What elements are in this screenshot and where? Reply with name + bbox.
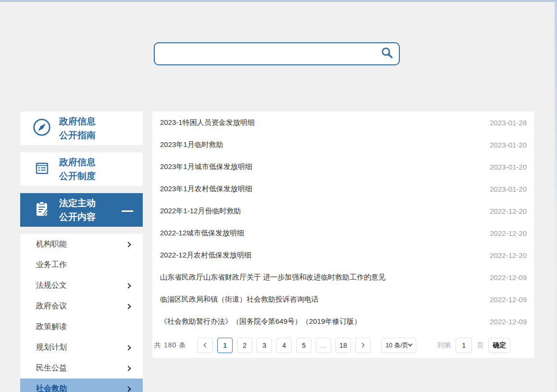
sidebar-submenu-item[interactable]: 机构职能 — [20, 234, 143, 255]
list-item-title[interactable]: 临淄区民政局和镇（街道）社会救助投诉咨询电话 — [160, 295, 319, 304]
list-item: 2023年1月城市低保发放明细2023-01-20 — [152, 156, 534, 178]
pagination-bar: 共 180 条 12345...18 10 条/页 到第 页 确定 — [152, 332, 534, 358]
list-item: 2023年1月农村低保发放明细2023-01-20 — [152, 178, 534, 200]
list-item: 临淄区民政局和镇（街道）社会救助投诉咨询电话2022-12-09 — [152, 288, 534, 310]
chevron-right-icon — [125, 283, 131, 288]
submenu-item-label: 规划计划 — [36, 343, 67, 353]
chevron-down-icon — [408, 342, 413, 347]
page-number-button[interactable]: 1 — [217, 338, 233, 353]
sidebar-item-label: 法定主动 公开内容 — [59, 196, 96, 224]
list-item: 山东省民政厅山东省财政厅关于 进一步加强和改进临时救助工作的意见2022-12-… — [152, 266, 534, 288]
list-item-title[interactable]: 2022年1-12月份临时救助 — [160, 207, 241, 216]
page-prev-button[interactable] — [198, 338, 213, 353]
sidebar-submenu-item[interactable]: 政策解读 — [20, 317, 143, 337]
list-item-title[interactable]: 2023年1月农村低保发放明细 — [160, 184, 252, 194]
chevron-right-icon — [360, 343, 365, 348]
list-item: 《社会救助暂行办法》（国务院令第649号）（2019年修订版）2022-12-0… — [152, 310, 534, 332]
list-item: 2022年1-12月份临时救助2022-12-20 — [152, 200, 534, 222]
chevron-left-icon — [204, 343, 209, 348]
list-item-title[interactable]: 2022-12城市低保发放明细 — [160, 229, 244, 238]
page-number-button[interactable]: 2 — [237, 338, 252, 353]
chevron-right-icon — [125, 304, 131, 309]
search-button[interactable] — [375, 43, 399, 64]
list-item-title[interactable]: 2022-12月农村低保发放明细 — [160, 251, 251, 260]
submenu-item-label: 民生公益 — [36, 363, 67, 373]
sidebar-item-gov-info-system[interactable]: 政府信息 公开制度 — [20, 152, 143, 186]
page-number-button[interactable]: 5 — [296, 338, 311, 353]
page-size-value: 10 条/页 — [385, 341, 408, 350]
chevron-right-icon — [125, 386, 131, 392]
page-number-button[interactable]: 3 — [257, 338, 272, 353]
clipboard-pencil-icon — [32, 199, 51, 220]
sidebar-submenu-item[interactable]: 社会救助 — [20, 379, 143, 392]
sidebar-item-gov-info-guide[interactable]: 政府信息 公开指南 — [20, 111, 143, 145]
list-item-date: 2022-12-09 — [490, 273, 527, 282]
submenu-item-label: 政策解读 — [36, 322, 67, 332]
list-item: 2023年1月临时救助2023-01-20 — [152, 134, 534, 156]
submenu-item-label: 社会救助 — [36, 384, 67, 392]
goto-page-group: 到第 页 确定 — [437, 338, 510, 353]
submenu-item-label: 业务工作 — [36, 260, 67, 270]
chevron-right-icon — [125, 345, 131, 350]
goto-suffix-label: 页 — [477, 341, 483, 350]
list-item-date: 2022-12-20 — [490, 229, 527, 237]
list-item-title[interactable]: 山东省民政厅山东省财政厅关于 进一步加强和改进临时救助工作的意见 — [160, 273, 385, 282]
list-item-title[interactable]: 《社会救助暂行办法》（国务院令第649号）（2019年修订版） — [160, 317, 361, 326]
sidebar-submenu-item[interactable]: 政府会议 — [20, 296, 143, 317]
list-item-date: 2022-12-20 — [490, 251, 527, 259]
sidebar-item-statutory-disclosure[interactable]: 法定主动 公开内容 — [20, 193, 143, 227]
list-item-date: 2022-12-09 — [490, 295, 527, 304]
compass-icon — [32, 118, 51, 139]
page-next-button[interactable] — [355, 338, 371, 353]
page-number-button[interactable]: 4 — [276, 338, 292, 353]
sidebar-submenu: 机构职能业务工作法规公文政府会议政策解读规划计划民生公益社会救助 — [20, 234, 143, 392]
document-list: 2023-1特困人员资金发放明细2023-01-282023年1月临时救助202… — [152, 111, 534, 332]
search-bar — [154, 42, 400, 65]
chevron-right-icon — [125, 242, 131, 247]
confirm-button[interactable]: 确定 — [488, 338, 510, 353]
top-accent-bar — [0, 0, 557, 2]
list-item: 2022-12月农村低保发放明细2022-12-20 — [152, 244, 534, 266]
list-item-date: 2023-01-20 — [490, 163, 527, 171]
page-ellipsis-button[interactable]: ... — [316, 338, 331, 353]
list-item-date: 2022-12-20 — [490, 207, 527, 215]
document-lines-icon — [32, 159, 51, 180]
sidebar-submenu-item[interactable]: 民生公益 — [20, 358, 143, 379]
goto-page-input[interactable] — [456, 338, 472, 353]
total-count-label: 共 180 条 — [154, 341, 186, 350]
submenu-item-label: 机构职能 — [36, 239, 67, 249]
list-item-date: 2023-01-28 — [490, 119, 527, 127]
page-number-button[interactable]: 18 — [335, 338, 351, 353]
submenu-item-label: 法规公文 — [36, 281, 67, 291]
list-item-title[interactable]: 2023年1月城市低保发放明细 — [160, 162, 252, 172]
list-item: 2023-1特困人员资金发放明细2023-01-28 — [152, 111, 534, 134]
chevron-placeholder — [126, 325, 130, 329]
scrollbar[interactable] — [555, 2, 557, 392]
page-size-select[interactable]: 10 条/页 — [381, 338, 416, 353]
sidebar: 政府信息 公开指南 政府信息 公开制度 — [20, 111, 143, 392]
list-item-title[interactable]: 2023-1特困人员资金发放明细 — [160, 118, 255, 127]
list-item-date: 2022-12-09 — [490, 318, 527, 326]
list-item: 2022-12城市低保发放明细2022-12-20 — [152, 222, 534, 244]
search-input[interactable] — [155, 43, 375, 64]
search-icon — [380, 46, 394, 62]
sidebar-item-label: 政府信息 公开指南 — [59, 114, 96, 142]
list-item-date: 2023-01-20 — [490, 185, 527, 193]
list-item-date: 2023-01-20 — [490, 141, 527, 149]
page-buttons: 12345...18 — [198, 338, 375, 353]
minus-icon — [122, 210, 133, 212]
goto-prefix-label: 到第 — [437, 341, 451, 350]
sidebar-item-label: 政府信息 公开制度 — [59, 155, 96, 183]
sidebar-submenu-item[interactable]: 规划计划 — [20, 337, 143, 358]
chevron-right-icon — [125, 366, 131, 371]
sidebar-submenu-item[interactable]: 法规公文 — [20, 275, 143, 296]
submenu-item-label: 政府会议 — [36, 301, 67, 311]
chevron-placeholder — [126, 263, 130, 267]
list-item-title[interactable]: 2023年1月临时救助 — [160, 140, 223, 149]
content-panel: 2023-1特困人员资金发放明细2023-01-282023年1月临时救助202… — [152, 111, 534, 358]
sidebar-submenu-item[interactable]: 业务工作 — [20, 255, 143, 275]
